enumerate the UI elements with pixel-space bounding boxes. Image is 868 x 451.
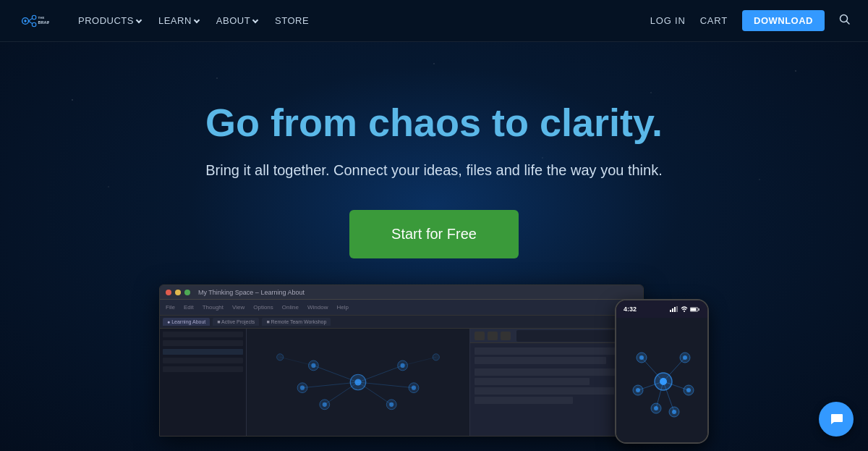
svg-rect-40 [699, 308, 700, 311]
hero-section: Go from chaos to clarity. Bring it all t… [0, 42, 868, 451]
svg-point-57 [686, 388, 691, 392]
svg-text:THE: THE [38, 16, 45, 20]
window-main-canvas [247, 329, 469, 436]
minimize-dot [175, 290, 181, 295]
desktop-screenshot: My Thinking Space – Learning About File … [159, 284, 644, 437]
panel-row [475, 368, 622, 376]
search-icon[interactable] [839, 14, 851, 28]
download-button[interactable]: DOWNLOAD [742, 10, 825, 31]
svg-point-53 [683, 355, 687, 360]
window-title-text: My Thinking Space – Learning About [198, 289, 305, 296]
svg-point-51 [639, 355, 644, 360]
nav-left: THE BRAIN PRODUCTS LEARN ABOUT STORE [17, 11, 315, 31]
phone-screenshot: 4:32 [615, 299, 709, 444]
phone-content [616, 318, 707, 442]
svg-line-14 [358, 382, 414, 388]
phone-time: 4:32 [624, 305, 637, 313]
svg-point-5 [32, 22, 36, 27]
menu-online: Online [282, 304, 299, 311]
svg-line-2 [28, 18, 33, 21]
menu-view: View [232, 304, 244, 311]
svg-point-19 [354, 379, 361, 385]
svg-rect-41 [691, 308, 697, 311]
svg-line-9 [847, 21, 850, 24]
hero-subtitle: Bring it all together. Connect your idea… [205, 159, 662, 181]
svg-point-61 [672, 410, 676, 414]
panel-row [475, 357, 606, 364]
window-sidebar [160, 329, 247, 436]
login-link[interactable]: LOG IN [650, 15, 686, 26]
close-dot [166, 290, 171, 295]
svg-rect-34 [670, 310, 671, 312]
logo[interactable]: THE BRAIN [17, 11, 49, 31]
tab-learning-about: ● Learning About [163, 318, 210, 326]
cart-link[interactable]: CART [700, 15, 728, 26]
menu-file: File [166, 304, 175, 311]
svg-point-55 [636, 388, 640, 392]
panel-btn-i [488, 332, 498, 340]
menu-help: Help [336, 304, 348, 311]
window-tabs: ● Learning About ■ Active Projects ■ Rem… [160, 316, 643, 329]
panel-row [475, 378, 590, 385]
window-titlebar: My Thinking Space – Learning About [160, 285, 643, 300]
svg-point-23 [300, 386, 305, 390]
svg-rect-37 [676, 306, 678, 312]
svg-point-1 [24, 20, 26, 22]
nav-products[interactable]: PRODUCTS [72, 11, 147, 30]
menu-thought: Thought [203, 304, 224, 311]
chat-bubble-button[interactable] [819, 402, 854, 437]
panel-row [475, 347, 639, 355]
phone-status-bar: 4:32 [616, 300, 707, 318]
svg-point-27 [401, 363, 405, 368]
window-content [160, 329, 643, 436]
svg-rect-35 [672, 308, 673, 312]
svg-text:BRAIN: BRAIN [38, 20, 49, 24]
panel-btn-u [501, 332, 511, 340]
app-mockup: My Thinking Space – Learning About File … [159, 284, 709, 444]
navbar: THE BRAIN PRODUCTS LEARN ABOUT STORE LOG… [0, 0, 868, 42]
start-free-button[interactable]: Start for Free [349, 210, 519, 258]
nav-about[interactable]: ABOUT [210, 11, 263, 30]
svg-point-25 [323, 402, 327, 407]
about-chevron-icon [252, 17, 258, 22]
nav-learn[interactable]: LEARN [153, 11, 205, 30]
nav-links: PRODUCTS LEARN ABOUT STORE [72, 11, 315, 30]
svg-point-21 [311, 363, 315, 368]
menu-options: Options [253, 304, 273, 311]
menu-window: Window [307, 304, 328, 311]
svg-point-33 [433, 354, 439, 361]
nav-right: LOG IN CART DOWNLOAD [650, 10, 851, 31]
svg-point-29 [412, 386, 416, 390]
maximize-dot [184, 290, 190, 295]
svg-point-59 [654, 406, 658, 410]
phone-status-icons [670, 306, 700, 312]
products-chevron-icon [136, 17, 142, 22]
menu-edit: Edit [184, 304, 194, 311]
svg-point-32 [277, 354, 284, 361]
hero-title: Go from chaos to clarity. [205, 100, 663, 145]
panel-btn-b [475, 332, 485, 340]
svg-point-4 [32, 15, 36, 20]
svg-line-11 [302, 382, 358, 388]
svg-line-3 [28, 21, 33, 24]
window-toolbar: File Edit Thought View Options Online Wi… [160, 300, 643, 316]
svg-point-49 [660, 378, 667, 385]
nav-store[interactable]: STORE [269, 11, 315, 30]
svg-rect-36 [674, 307, 676, 312]
learn-chevron-icon [194, 17, 200, 22]
tab-active-projects: ■ Active Projects [213, 318, 259, 326]
panel-row [475, 397, 573, 404]
svg-point-38 [684, 311, 685, 312]
svg-point-31 [389, 402, 393, 407]
tab-remote-team: ■ Remote Team Workshop [262, 318, 331, 326]
panel-row [475, 387, 614, 395]
